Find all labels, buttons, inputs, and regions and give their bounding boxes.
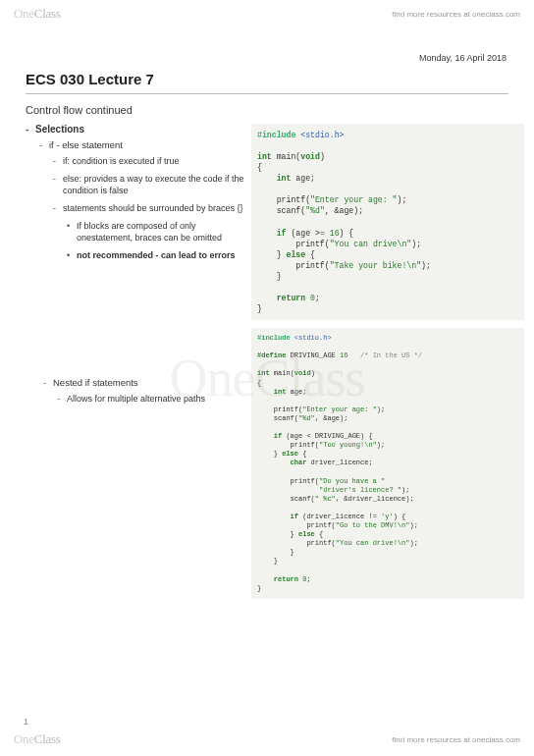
- notes-column-1: Selections if - else statement if: condi…: [26, 124, 245, 267]
- resource-link-bottom[interactable]: find more resources at oneclass.com: [392, 735, 520, 744]
- bullet-nested-desc: Allows for multiple alternative paths: [57, 393, 245, 405]
- footer-bar: OneClass find more resources at oneclass…: [0, 726, 534, 753]
- code-column-1: #include <stdio.h> int main(void) { int …: [251, 124, 524, 328]
- logo-bottom: OneClass: [14, 731, 60, 747]
- subtitle: Control flow continued: [0, 104, 534, 124]
- header-bar: OneClass find more resources at oneclass…: [0, 0, 534, 27]
- notes-column-2: Nested if statements Allows for multiple…: [26, 328, 245, 410]
- code-block-1: #include <stdio.h> int main(void) { int …: [251, 124, 524, 320]
- date-text: Monday, 16 April 2018: [0, 27, 534, 67]
- bullet-if: if: condition is executed if true: [53, 155, 245, 167]
- divider: [26, 93, 508, 94]
- bullet-omit: If blocks are composed of only onestatem…: [67, 220, 245, 243]
- code-column-2: #include <stdio.h> #define DRIVING_AGE 1…: [251, 328, 524, 607]
- bullet-nested: Nested if statements Allows for multiple…: [43, 377, 245, 405]
- bullet-else: else: provides a way to execute the code…: [53, 173, 245, 196]
- logo-top: OneClass: [14, 6, 60, 22]
- content-area: Selections if - else statement if: condi…: [0, 124, 534, 607]
- page-title: ECS 030 Lecture 7: [0, 67, 534, 93]
- bullet-selections: Selections if - else statement if: condi…: [26, 124, 245, 261]
- bullet-notrec: not recommended - can lead to errors: [67, 249, 245, 261]
- code-block-2: #include <stdio.h> #define DRIVING_AGE 1…: [251, 328, 524, 599]
- bullet-braces: statements should be surrounded by brace…: [53, 202, 245, 261]
- resource-link-top[interactable]: find more resources at oneclass.com: [392, 10, 520, 19]
- bullet-ifelse: if - else statement if: condition is exe…: [39, 139, 245, 261]
